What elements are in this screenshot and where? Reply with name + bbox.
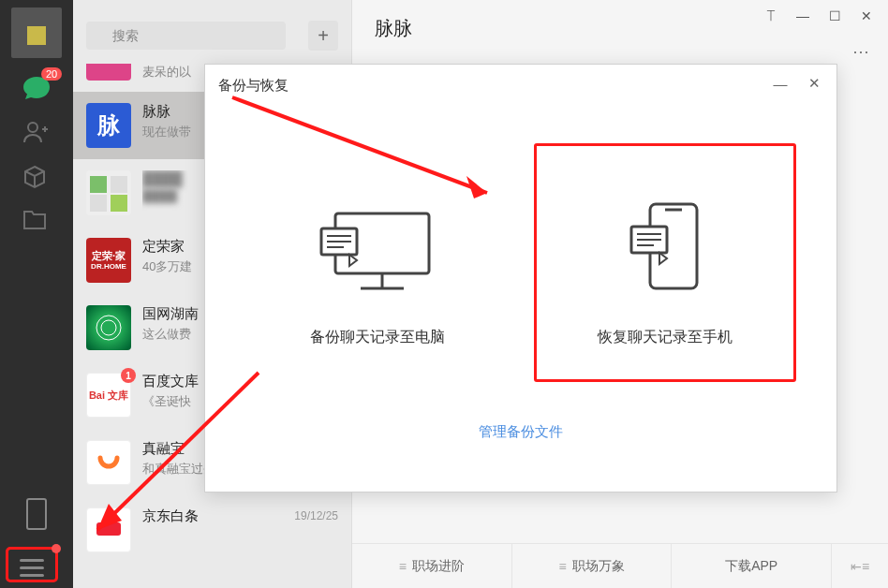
dialog-close-button[interactable]: ✕ [797,70,831,96]
chat-badge: 20 [41,67,62,81]
avatar: 脉 [86,103,131,148]
user-avatar[interactable] [11,7,62,58]
pin-button[interactable]: ⟙ [755,4,787,28]
svg-point-10 [101,320,116,335]
svg-rect-6 [111,176,127,193]
unread-badge: 1 [121,368,136,383]
backup-label: 备份聊天记录至电脑 [310,328,445,347]
svg-point-0 [28,123,37,132]
backup-restore-dialog: 备份与恢复 — ✕ 备份聊天记录至电脑 [204,64,837,492]
conv-date: 19/12/25 [294,509,338,522]
list-icon: ≡ [399,559,407,574]
svg-rect-7 [90,195,107,212]
nav-files[interactable] [22,210,51,238]
nav-contacts[interactable] [22,120,51,148]
restore-label: 恢复聊天记录至手机 [598,328,733,347]
contacts-icon [22,120,49,144]
svg-rect-11 [96,522,121,536]
avatar [86,170,131,215]
list-item[interactable]: 京东白条 19/12/25 [73,496,351,564]
cube-icon [22,165,47,189]
svg-rect-8 [111,195,127,212]
backup-to-pc-option[interactable]: 备份聊天记录至电脑 [246,143,509,382]
svg-rect-5 [90,176,107,193]
nav-collections[interactable] [22,165,51,193]
maximize-button[interactable]: ☐ [819,4,851,28]
nav-chat[interactable]: 20 [22,75,51,103]
avatar: 定荣·家 DR.HOME [86,238,131,283]
chat-title: 脉脉 [375,16,412,41]
restore-to-phone-option[interactable]: 恢复聊天记录至手机 [534,143,796,382]
avatar: Bai 文库 1 [86,373,131,418]
tab-download[interactable]: 下载APP [672,544,832,588]
svg-point-9 [96,316,121,340]
list-icon: ≡ [558,559,566,574]
close-button[interactable]: ✕ [851,4,882,28]
manage-backup-link[interactable]: 管理备份文件 [479,423,563,439]
search-input[interactable] [86,22,286,50]
nav-menu-button[interactable] [6,547,58,582]
tab-expand[interactable]: ⇤≡ [832,544,888,588]
menu-notification-dot [52,544,61,553]
folder-icon [22,210,47,230]
dialog-title: 备份与恢复 [205,65,836,106]
avatar [86,507,131,552]
phone-icon [599,197,731,300]
avatar [86,305,131,350]
minimize-button[interactable]: — [787,4,819,28]
more-menu[interactable]: ⋯ [852,41,871,62]
left-nav: 20 [0,0,73,588]
computer-icon [312,197,443,300]
expand-icon: ⇤≡ [851,559,869,574]
tab-workplace[interactable]: ≡职场万象 [512,544,673,588]
window-controls: ⟙ — ☐ ✕ [755,4,882,28]
add-button[interactable]: + [308,21,338,51]
nav-phone[interactable] [26,498,47,530]
tab-career[interactable]: ≡职场进阶 [352,544,512,588]
bottom-tabs: ≡职场进阶 ≡职场万象 下载APP ⇤≡ [352,543,888,588]
avatar [86,440,131,485]
dialog-minimize-button[interactable]: — [763,70,797,96]
hamburger-icon [14,555,50,574]
